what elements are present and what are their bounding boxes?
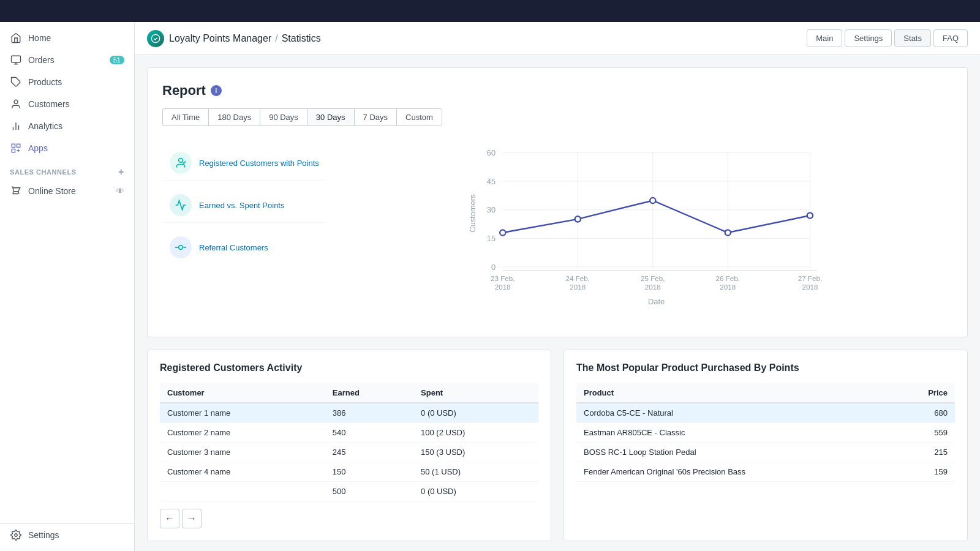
content-area: Report i All Time 180 Days 90 Days 30 Da… <box>135 55 980 551</box>
sidebar-item-apps-label: Apps <box>28 143 48 153</box>
filter-90-days[interactable]: 90 Days <box>260 108 307 126</box>
cell-earned: 500 <box>325 482 413 501</box>
cell-product: Fender American Original '60s Precision … <box>576 462 894 482</box>
svg-text:27 Feb,: 27 Feb, <box>797 274 822 282</box>
svg-text:25 Feb,: 25 Feb, <box>641 274 665 282</box>
cell-earned: 150 <box>325 462 413 482</box>
sidebar-item-products-label: Products <box>28 77 62 87</box>
cell-spent: 100 (2 USD) <box>413 423 538 443</box>
filter-all-time[interactable]: All Time <box>162 108 208 126</box>
sidebar-item-orders[interactable]: Orders 51 <box>0 49 134 71</box>
referral-icon <box>170 236 192 258</box>
customers-icon <box>10 98 22 110</box>
tab-settings[interactable]: Settings <box>845 29 892 47</box>
table-row: Customer 2 name540100 (2 USD) <box>160 423 538 443</box>
topbar <box>0 0 980 22</box>
sidebar-item-settings[interactable]: Settings <box>0 524 134 546</box>
report-title: Report <box>162 83 206 99</box>
sidebar-item-products[interactable]: Products <box>0 71 134 93</box>
sidebar-item-customers-label: Customers <box>28 99 70 109</box>
pagination: ← → <box>160 509 538 528</box>
svg-point-4 <box>14 100 18 103</box>
time-filters: All Time 180 Days 90 Days 30 Days 7 Days… <box>162 108 952 126</box>
tab-main[interactable]: Main <box>807 29 842 47</box>
sidebar-item-home[interactable]: Home <box>0 27 134 49</box>
breadcrumb-separator: / <box>275 33 277 44</box>
tab-faq[interactable]: FAQ <box>933 29 968 47</box>
activity-table-title: Registered Customers Activity <box>160 362 538 373</box>
svg-text:2018: 2018 <box>645 283 661 291</box>
tab-stats[interactable]: Stats <box>894 29 931 47</box>
sidebar-item-home-label: Home <box>28 33 51 43</box>
products-table-title: The Most Popular Product Purchased By Po… <box>576 362 955 373</box>
cell-customer: Customer 2 name <box>160 423 325 443</box>
sidebar-item-analytics-label: Analytics <box>28 121 62 131</box>
filter-custom[interactable]: Custom <box>396 108 442 126</box>
sidebar-settings-section: Settings <box>0 523 134 546</box>
chart-legend: Registered Customers with Points Earned … <box>162 138 326 310</box>
products-icon <box>10 76 22 88</box>
svg-point-11 <box>15 534 18 537</box>
bottom-section: Registered Customers Activity Customer E… <box>147 350 968 541</box>
orders-icon <box>10 54 22 66</box>
legend-registered-label: Registered Customers with Points <box>199 159 319 168</box>
legend-registered[interactable]: Registered Customers with Points <box>162 146 326 181</box>
sales-channels-section: SALES CHANNELS + <box>0 159 134 180</box>
sidebar-item-customers[interactable]: Customers <box>0 93 134 115</box>
filter-30-days[interactable]: 30 Days <box>307 108 354 126</box>
app-header-left: Loyalty Points Manager / Statistics <box>147 30 321 47</box>
svg-point-36 <box>807 212 813 218</box>
registered-icon <box>170 152 192 174</box>
table-row: Customer 4 name15050 (1 USD) <box>160 462 538 482</box>
svg-text:Date: Date <box>648 297 665 306</box>
app-title: Loyalty Points Manager / Statistics <box>169 33 321 44</box>
sidebar-nav: Home Orders 51 Products Customers <box>0 27 134 159</box>
prev-page-button[interactable]: ← <box>160 509 179 528</box>
next-page-button[interactable]: → <box>182 509 202 528</box>
eye-icon[interactable]: 👁 <box>116 186 124 196</box>
app-logo <box>147 30 164 47</box>
sidebar-settings-label: Settings <box>28 530 59 540</box>
svg-text:15: 15 <box>487 234 496 243</box>
legend-earned-spent[interactable]: Earned vs. Spent Points <box>162 188 326 223</box>
info-icon[interactable]: i <box>211 85 222 96</box>
col-product: Product <box>576 383 894 403</box>
report-header: Report i <box>162 83 952 99</box>
sidebar-item-analytics[interactable]: Analytics <box>0 115 134 137</box>
add-sales-channel-icon[interactable]: + <box>118 167 124 178</box>
svg-rect-8 <box>12 144 15 147</box>
home-icon <box>10 32 22 44</box>
chart-container: 60 45 30 15 0 Customers <box>339 138 952 310</box>
sidebar: Home Orders 51 Products Customers <box>0 22 135 551</box>
filter-7-days[interactable]: 7 Days <box>354 108 396 126</box>
layout: Home Orders 51 Products Customers <box>0 22 980 551</box>
svg-rect-0 <box>12 56 21 62</box>
svg-point-12 <box>151 34 159 42</box>
svg-text:24 Feb,: 24 Feb, <box>565 274 590 282</box>
app-name: Loyalty Points Manager <box>169 33 271 44</box>
sidebar-item-apps[interactable]: Apps <box>0 137 134 159</box>
col-customer: Customer <box>160 383 325 403</box>
svg-text:26 Feb,: 26 Feb, <box>715 274 740 282</box>
app-header-tabs: Main Settings Stats FAQ <box>807 29 968 47</box>
table-row: Customer 3 name245150 (3 USD) <box>160 443 538 462</box>
cell-product: BOSS RC-1 Loop Station Pedal <box>576 443 894 462</box>
svg-point-14 <box>179 246 183 250</box>
activity-table-card: Registered Customers Activity Customer E… <box>147 350 551 541</box>
table-row: BOSS RC-1 Loop Station Pedal215 <box>576 443 955 462</box>
legend-referral-label: Referral Customers <box>199 243 268 252</box>
apps-icon <box>10 142 22 154</box>
products-table-card: The Most Popular Product Purchased By Po… <box>564 350 968 541</box>
filter-180-days[interactable]: 180 Days <box>208 108 260 126</box>
svg-text:Customers: Customers <box>468 194 477 232</box>
svg-point-13 <box>179 159 183 163</box>
sidebar-item-online-store[interactable]: Online Store 👁 <box>0 180 134 202</box>
svg-text:2018: 2018 <box>720 283 736 291</box>
sidebar-item-online-store-label: Online Store <box>28 186 76 196</box>
analytics-icon <box>10 120 22 132</box>
cell-price: 215 <box>894 443 955 462</box>
table-row: Eastman AR805CE - Classic559 <box>576 423 955 443</box>
legend-referral[interactable]: Referral Customers <box>162 230 326 264</box>
svg-point-32 <box>500 230 505 235</box>
orders-badge: 51 <box>110 56 124 64</box>
